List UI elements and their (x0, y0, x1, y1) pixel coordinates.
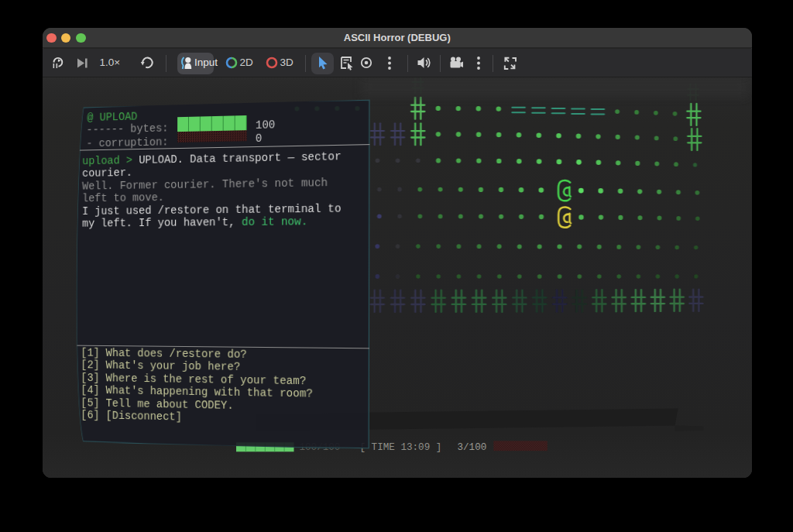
svg-text:3/100: 3/100 (457, 442, 486, 453)
svg-text:[ TIME 13:09 ]: [ TIME 13:09 ] (359, 442, 441, 453)
